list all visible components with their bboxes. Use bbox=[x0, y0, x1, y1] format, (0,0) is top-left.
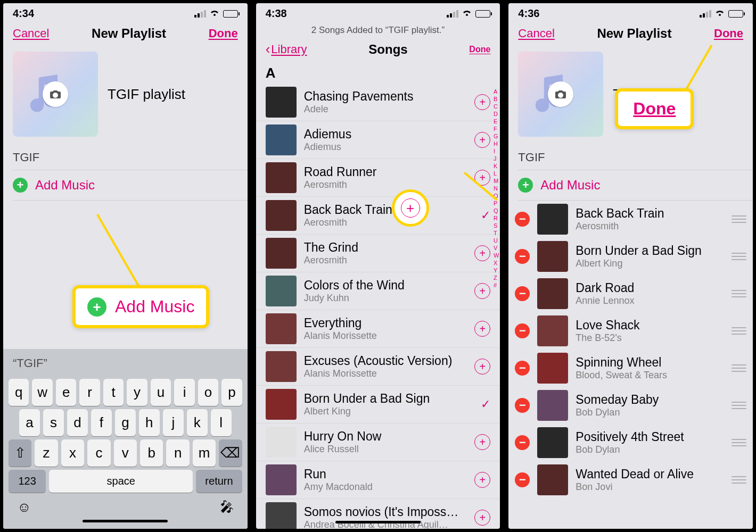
add-song-button[interactable]: + bbox=[474, 359, 490, 375]
key-i[interactable]: i bbox=[174, 379, 194, 406]
add-song-button[interactable]: + bbox=[474, 283, 490, 299]
reorder-handle[interactable] bbox=[732, 402, 746, 409]
return-key[interactable]: return bbox=[196, 470, 242, 493]
add-song-button[interactable]: + bbox=[474, 434, 490, 450]
index-letter[interactable]: E bbox=[494, 118, 499, 124]
song-row[interactable]: Adiemus Adiemus + bbox=[256, 121, 500, 159]
index-letter[interactable]: B bbox=[494, 96, 499, 102]
playlist-artwork[interactable] bbox=[518, 52, 603, 137]
key-m[interactable]: m bbox=[193, 439, 216, 467]
home-indicator[interactable] bbox=[83, 520, 168, 522]
song-row[interactable]: The Grind Aerosmith + bbox=[256, 235, 500, 272]
reorder-handle[interactable] bbox=[732, 364, 746, 372]
key-k[interactable]: k bbox=[187, 409, 208, 436]
index-letter[interactable]: G bbox=[494, 133, 499, 139]
index-letter[interactable]: V bbox=[494, 245, 499, 251]
remove-button[interactable]: − bbox=[515, 398, 530, 413]
backspace-key[interactable]: ⌫ bbox=[219, 439, 242, 467]
remove-button[interactable]: − bbox=[515, 212, 530, 227]
track-row[interactable]: − Someday Baby Bob Dylan bbox=[508, 387, 753, 424]
track-list[interactable]: − Back Back Train Aerosmith − Born Under… bbox=[508, 201, 753, 498]
remove-button[interactable]: − bbox=[515, 323, 530, 338]
index-letter[interactable]: P bbox=[494, 200, 499, 206]
add-song-button[interactable]: + bbox=[474, 510, 490, 526]
key-l[interactable]: l bbox=[211, 409, 232, 436]
index-letter[interactable]: D bbox=[494, 111, 499, 117]
key-v[interactable]: v bbox=[114, 439, 137, 467]
track-row[interactable]: − Positively 4th Street Bob Dylan bbox=[508, 424, 753, 461]
index-letter[interactable]: J bbox=[494, 155, 499, 162]
index-letter[interactable]: X bbox=[494, 260, 499, 266]
done-button[interactable]: Done bbox=[714, 27, 743, 40]
mic-icon[interactable]: 🎤︎ bbox=[220, 499, 234, 516]
key-o[interactable]: o bbox=[198, 379, 218, 406]
key-u[interactable]: u bbox=[151, 379, 171, 406]
remove-button[interactable]: − bbox=[515, 472, 530, 487]
track-row[interactable]: − Spinning Wheel Blood, Sweat & Tears bbox=[508, 350, 753, 387]
index-letter[interactable]: H bbox=[494, 140, 499, 147]
remove-button[interactable]: − bbox=[515, 286, 530, 301]
song-row[interactable]: Everything Alanis Morissette + bbox=[256, 310, 500, 348]
key-n[interactable]: n bbox=[166, 439, 189, 467]
back-button[interactable]: ‹ Library bbox=[266, 41, 307, 57]
camera-icon[interactable] bbox=[43, 81, 68, 107]
track-row[interactable]: − Wanted Dead or Alive Bon Jovi bbox=[508, 461, 753, 498]
alpha-index[interactable]: ABCDEFGHIJKLMNOPQRSTUVWXYZ# bbox=[494, 88, 499, 288]
cancel-button[interactable]: Cancel bbox=[518, 27, 554, 40]
reorder-handle[interactable] bbox=[732, 327, 746, 335]
add-music-row[interactable]: + Add Music bbox=[3, 170, 248, 200]
description-field[interactable]: TGIF bbox=[3, 141, 248, 170]
key-j[interactable]: j bbox=[163, 409, 184, 436]
reorder-handle[interactable] bbox=[732, 253, 746, 260]
add-song-button[interactable]: + bbox=[474, 132, 490, 148]
playlist-title-field[interactable]: TGIF playlist bbox=[108, 86, 185, 103]
song-row[interactable]: Back Back Train Aerosmith ✓ bbox=[256, 197, 500, 235]
keyboard[interactable]: “TGIF” q w e r t y u i o p a s d f g h j… bbox=[3, 349, 248, 529]
index-letter[interactable]: Y bbox=[494, 267, 499, 273]
key-a[interactable]: a bbox=[19, 409, 40, 436]
suggestion-bar[interactable]: “TGIF” bbox=[6, 353, 244, 376]
index-letter[interactable]: L bbox=[494, 170, 499, 177]
cancel-button[interactable]: Cancel bbox=[13, 27, 49, 40]
index-letter[interactable]: K bbox=[494, 163, 499, 169]
index-letter[interactable]: Z bbox=[494, 275, 499, 281]
index-letter[interactable]: N bbox=[494, 185, 499, 192]
key-p[interactable]: p bbox=[221, 379, 242, 406]
home-indicator[interactable] bbox=[335, 521, 421, 523]
key-d[interactable]: d bbox=[67, 409, 88, 436]
track-row[interactable]: − Born Under a Bad Sign Albert King bbox=[508, 238, 753, 275]
key-b[interactable]: b bbox=[140, 439, 163, 467]
remove-button[interactable]: − bbox=[515, 435, 530, 450]
playlist-artwork[interactable] bbox=[13, 52, 98, 137]
remove-button[interactable]: − bbox=[515, 361, 530, 376]
song-row[interactable]: Road Runner Aerosmith + bbox=[256, 159, 500, 197]
camera-icon[interactable] bbox=[548, 81, 573, 107]
index-letter[interactable]: U bbox=[494, 237, 499, 244]
song-row[interactable]: Somos novios (It's Imposs… Andrea Bocell… bbox=[256, 499, 500, 529]
index-letter[interactable]: W bbox=[494, 252, 499, 259]
song-row[interactable]: Excuses (Acoustic Version) Alanis Moriss… bbox=[256, 348, 500, 386]
add-song-button[interactable]: + bbox=[474, 321, 490, 337]
description-field[interactable]: TGIF bbox=[508, 141, 753, 170]
key-r[interactable]: r bbox=[79, 379, 100, 406]
key-g[interactable]: g bbox=[115, 409, 136, 436]
index-letter[interactable]: Q bbox=[494, 207, 499, 214]
key-z[interactable]: z bbox=[35, 439, 57, 467]
key-q[interactable]: q bbox=[9, 379, 29, 406]
key-y[interactable]: y bbox=[127, 379, 147, 406]
emoji-icon[interactable]: ☺ bbox=[17, 499, 31, 516]
add-song-button[interactable]: + bbox=[474, 245, 490, 261]
done-button[interactable]: Done bbox=[469, 45, 490, 54]
key-w[interactable]: w bbox=[32, 379, 52, 406]
song-row[interactable]: Born Under a Bad Sign Albert King ✓ bbox=[256, 386, 500, 423]
track-row[interactable]: − Back Back Train Aerosmith bbox=[508, 201, 753, 238]
index-letter[interactable]: A bbox=[494, 88, 499, 95]
key-t[interactable]: t bbox=[103, 379, 124, 406]
reorder-handle[interactable] bbox=[732, 290, 746, 297]
key-x[interactable]: x bbox=[61, 439, 84, 467]
key-e[interactable]: e bbox=[56, 379, 76, 406]
reorder-handle[interactable] bbox=[732, 215, 746, 223]
index-letter[interactable]: I bbox=[494, 148, 499, 154]
index-letter[interactable]: F bbox=[494, 126, 499, 132]
song-row[interactable]: Hurry On Now Alice Russell + bbox=[256, 423, 500, 461]
